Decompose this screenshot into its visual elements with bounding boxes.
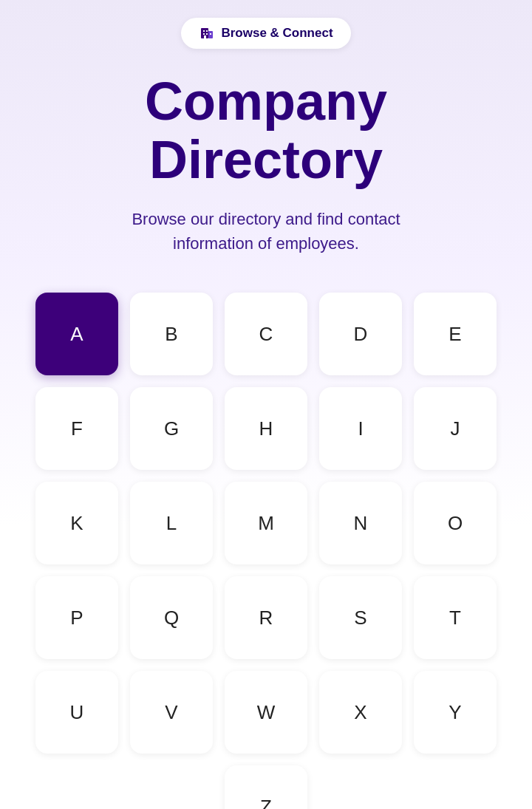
letter-btn-o[interactable]: O — [414, 482, 497, 564]
svg-rect-5 — [206, 33, 208, 35]
letter-btn-f[interactable]: F — [35, 387, 118, 470]
alphabet-grid: ABCDEFGHIJKLMNOPQRSTUVWXYZ — [0, 285, 532, 809]
letter-btn-c[interactable]: C — [225, 293, 307, 375]
letter-btn-v[interactable]: V — [130, 671, 213, 754]
building-icon — [199, 25, 215, 41]
svg-rect-7 — [210, 33, 211, 35]
svg-rect-6 — [204, 35, 206, 38]
letter-btn-z[interactable]: Z — [225, 765, 307, 809]
letter-btn-k[interactable]: K — [35, 482, 118, 564]
letter-btn-g[interactable]: G — [130, 387, 213, 470]
letter-btn-r[interactable]: R — [225, 576, 307, 659]
letter-btn-m[interactable]: M — [225, 482, 307, 564]
letter-btn-d[interactable]: D — [319, 293, 402, 375]
letter-btn-p[interactable]: P — [35, 576, 118, 659]
svg-rect-3 — [206, 30, 208, 32]
letter-btn-y[interactable]: Y — [414, 671, 497, 754]
page-subtitle: Browse our directory and find contact in… — [96, 207, 436, 256]
letter-btn-t[interactable]: T — [414, 576, 497, 659]
letter-btn-a[interactable]: A — [35, 293, 118, 375]
letter-btn-l[interactable]: L — [130, 482, 213, 564]
letter-btn-x[interactable]: X — [319, 671, 402, 754]
letter-btn-i[interactable]: I — [319, 387, 402, 470]
header-pill-text: Browse & Connect — [221, 26, 332, 41]
hero-section: Company Directory Browse our directory a… — [66, 49, 466, 285]
letter-btn-j[interactable]: J — [414, 387, 497, 470]
letter-btn-n[interactable]: N — [319, 482, 402, 564]
letter-btn-b[interactable]: B — [130, 293, 213, 375]
page-title: Company Directory — [145, 72, 387, 189]
svg-rect-4 — [203, 33, 205, 35]
header-pill: Browse & Connect — [181, 18, 350, 49]
letter-btn-e[interactable]: E — [414, 293, 497, 375]
letter-btn-s[interactable]: S — [319, 576, 402, 659]
svg-rect-2 — [203, 30, 205, 32]
letter-btn-u[interactable]: U — [35, 671, 118, 754]
letter-btn-w[interactable]: W — [225, 671, 307, 754]
letter-btn-q[interactable]: Q — [130, 576, 213, 659]
letter-btn-h[interactable]: H — [225, 387, 307, 470]
